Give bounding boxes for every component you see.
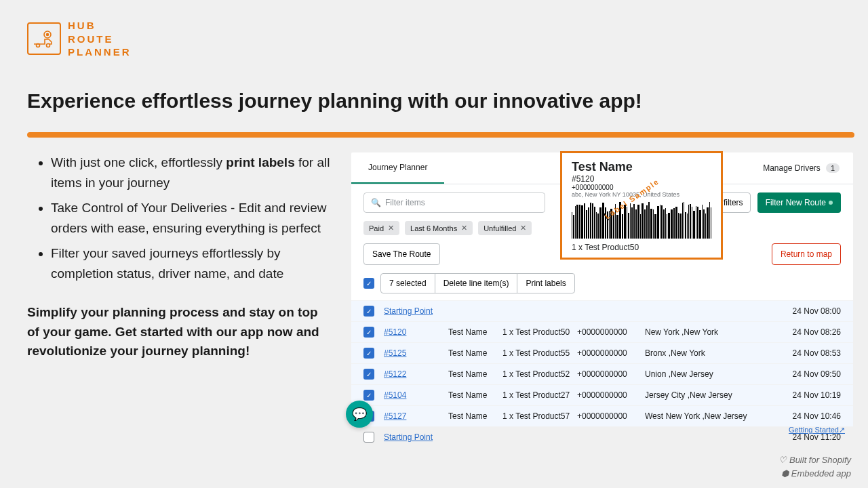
svg-point-1 (47, 34, 49, 36)
order-link[interactable]: Starting Point (384, 306, 433, 316)
page-headline: Experience effortless journey planning w… (27, 89, 642, 113)
order-link[interactable]: #5104 (384, 390, 406, 400)
svg-point-3 (47, 44, 50, 47)
filter-chip[interactable]: Unfulfilled✕ (478, 221, 532, 235)
search-icon: 🔍 (371, 198, 381, 207)
delete-line-items-button[interactable]: Delete line item(s) (435, 273, 518, 293)
bullet-item: With just one click, effortlessly print … (51, 152, 332, 194)
filter-chip[interactable]: Last 6 Months✕ (405, 221, 473, 235)
marketing-copy: With just one click, effortlessly print … (27, 152, 332, 361)
app-screenshot: Journey Planner Manage Drivers 1 Test Na… (351, 152, 853, 424)
tab-journey-planner[interactable]: Journey Planner (351, 152, 444, 184)
driver-count-badge: 1 (826, 163, 840, 173)
order-link[interactable]: #5125 (384, 348, 406, 358)
filter-new-route-button[interactable]: Filter New Route (757, 192, 841, 213)
close-icon[interactable]: ✕ (520, 224, 526, 232)
barcode: Label Sample (572, 201, 711, 239)
chat-icon: 💬 (352, 407, 367, 422)
brand-logo: HUBROUTEPLANNER (27, 19, 132, 59)
row-checkbox[interactable]: ✓ (363, 390, 374, 401)
table-row: ✓#5104Test Name1 x Test Product27+000000… (351, 384, 853, 405)
search-input[interactable]: 🔍 Filter items (363, 192, 545, 213)
close-icon[interactable]: ✕ (388, 224, 394, 232)
print-labels-button[interactable]: Print labels (517, 273, 574, 293)
divider (27, 132, 854, 138)
filter-chip[interactable]: Paid✕ (363, 221, 399, 235)
order-link[interactable]: #5120 (384, 327, 406, 337)
table-row: ✓#5127Test Name1 x Test Product57+000000… (351, 405, 853, 426)
order-link[interactable]: #5122 (384, 369, 406, 379)
close-icon[interactable]: ✕ (461, 224, 467, 232)
table-row: ✓#5120Test Name1 x Test Product50+000000… (351, 321, 853, 342)
table-row: ✓Starting Point24 Nov 08:00 (351, 300, 853, 321)
order-link[interactable]: Starting Point (384, 432, 433, 442)
tab-manage-drivers[interactable]: Manage Drivers 1 (749, 152, 853, 184)
svg-point-2 (37, 44, 40, 47)
selected-count: 7 selected (380, 273, 435, 293)
label-sample-card: Test Name #5120 +0000000000 abc, New Yor… (560, 151, 723, 260)
bullet-item: Take Control of Your Deliveries - Edit a… (51, 198, 332, 239)
truck-pin-icon (27, 22, 61, 55)
table-row: ✓#5125Test Name1 x Test Product55+000000… (351, 342, 853, 363)
row-checkbox[interactable]: ✓ (363, 348, 374, 359)
return-to-map-button[interactable]: Return to map (772, 243, 841, 265)
order-link[interactable]: #5127 (384, 411, 406, 421)
row-checkbox[interactable]: ✓ (363, 327, 374, 338)
save-route-button[interactable]: Save The Route (363, 243, 440, 265)
chat-fab[interactable]: 💬 (346, 401, 373, 428)
table-row: Starting Point24 Nov 11:20 (351, 426, 853, 447)
row-checkbox[interactable]: ✓ (363, 369, 374, 380)
row-checkbox[interactable]: ✓ (363, 306, 374, 317)
bullet-item: Filter your saved journeys effortlessly … (51, 243, 332, 285)
table-row: ✓#5122Test Name1 x Test Product52+000000… (351, 363, 853, 384)
row-checkbox[interactable] (363, 432, 374, 443)
cta-text: Simplify your planning process and stay … (27, 303, 332, 361)
shopify-badges: ♡ Built for Shopify ⬢ Embedded app (778, 453, 851, 480)
getting-started-link[interactable]: Getting Started↗ (789, 426, 845, 434)
select-all-checkbox[interactable]: ✓ (363, 278, 374, 289)
